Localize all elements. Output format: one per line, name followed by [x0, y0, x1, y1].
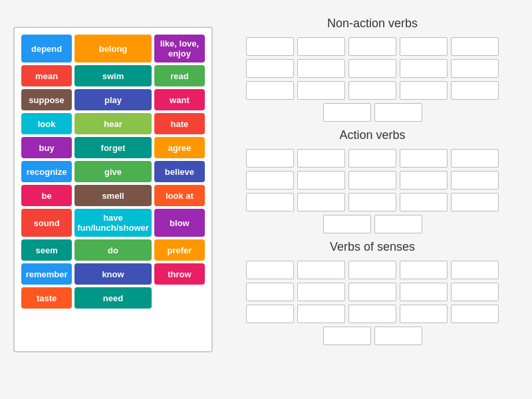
drop-box[interactable] [451, 171, 499, 190]
drop-box[interactable] [451, 261, 499, 279]
drop-box[interactable] [297, 59, 345, 78]
drop-box[interactable] [374, 215, 422, 233]
drop-box[interactable] [246, 37, 294, 56]
section-title: Verbs of senses [330, 240, 415, 254]
drop-box[interactable] [297, 149, 345, 168]
word-tile[interactable]: depend [21, 35, 72, 63]
word-tile[interactable]: taste [21, 287, 72, 309]
word-tile[interactable]: give [74, 161, 152, 182]
section-0: Non-action verbs [226, 17, 519, 122]
word-tile[interactable]: recognize [21, 161, 72, 182]
word-tile[interactable]: forget [74, 137, 152, 158]
drop-box[interactable] [297, 37, 345, 56]
word-tile[interactable]: do [74, 239, 152, 261]
drop-row [246, 171, 499, 190]
drop-box[interactable] [451, 37, 499, 56]
word-tile[interactable]: need [74, 287, 152, 309]
drop-box[interactable] [400, 305, 448, 323]
drop-box[interactable] [374, 327, 422, 345]
drop-box[interactable] [348, 261, 396, 279]
drop-box[interactable] [297, 171, 345, 190]
drop-box[interactable] [297, 305, 345, 323]
section-1: Action verbs [226, 128, 519, 233]
drop-box[interactable] [297, 283, 345, 301]
word-bank: dependbelonglike, love, enjoymeanswimrea… [13, 27, 213, 352]
word-tile[interactable]: smell [74, 185, 152, 206]
word-tile[interactable]: believe [154, 161, 205, 182]
drop-box[interactable] [451, 59, 499, 78]
drop-box[interactable] [246, 81, 294, 100]
drop-box[interactable] [348, 37, 396, 56]
drop-box[interactable] [451, 193, 499, 211]
drop-box[interactable] [323, 327, 371, 345]
word-tile[interactable]: prefer [154, 239, 205, 261]
drop-box[interactable] [451, 283, 499, 301]
word-tile[interactable]: seem [21, 239, 72, 261]
drop-box[interactable] [246, 305, 294, 323]
drop-box[interactable] [400, 149, 448, 168]
word-tile[interactable]: belong [74, 35, 152, 63]
word-tile[interactable]: remember [21, 263, 72, 285]
drop-box[interactable] [297, 81, 345, 100]
word-tile[interactable]: want [154, 89, 205, 110]
drop-box[interactable] [451, 149, 499, 168]
word-tile[interactable]: like, love, enjoy [154, 35, 205, 63]
drop-box[interactable] [400, 171, 448, 190]
word-tile[interactable]: sound [21, 209, 72, 237]
drop-row [323, 103, 422, 122]
drop-box[interactable] [348, 59, 396, 78]
word-tile[interactable]: look [21, 113, 72, 134]
word-tile[interactable]: hear [74, 113, 152, 134]
drop-box[interactable] [348, 193, 396, 211]
drop-box[interactable] [348, 171, 396, 190]
drop-box[interactable] [297, 261, 345, 279]
section-title: Action verbs [339, 128, 405, 142]
drop-box[interactable] [246, 193, 294, 211]
drop-box[interactable] [246, 59, 294, 78]
word-tile[interactable]: mean [21, 65, 72, 86]
drop-box[interactable] [400, 59, 448, 78]
drop-box[interactable] [348, 149, 396, 168]
drop-box[interactable] [400, 81, 448, 100]
drop-box[interactable] [400, 283, 448, 301]
section-2: Verbs of senses [226, 240, 519, 345]
word-tile[interactable]: swim [74, 65, 152, 86]
drop-box[interactable] [297, 193, 345, 211]
drop-box[interactable] [323, 215, 371, 233]
drop-box[interactable] [323, 103, 371, 122]
drop-row [246, 283, 499, 301]
main-container: dependbelonglike, love, enjoymeanswimrea… [0, 0, 532, 399]
drop-box[interactable] [400, 37, 448, 56]
word-tile[interactable]: hate [154, 113, 205, 134]
right-panel: Non-action verbsAction verbsVerbs of sen… [226, 13, 519, 386]
word-tile[interactable]: have fun/lunch/shower [74, 209, 152, 237]
drop-box[interactable] [348, 305, 396, 323]
word-tile[interactable]: know [74, 263, 152, 285]
drop-box[interactable] [400, 193, 448, 211]
drop-box[interactable] [246, 283, 294, 301]
drop-box[interactable] [246, 149, 294, 168]
drop-box[interactable] [246, 261, 294, 279]
drop-row [246, 37, 499, 56]
drop-box[interactable] [374, 103, 422, 122]
section-title: Non-action verbs [327, 17, 418, 31]
drop-box[interactable] [400, 261, 448, 279]
word-tile[interactable]: be [21, 185, 72, 206]
drop-row [246, 149, 499, 168]
drop-box[interactable] [348, 283, 396, 301]
drop-box[interactable] [451, 305, 499, 323]
word-tile[interactable]: agree [154, 137, 205, 158]
word-tile[interactable]: look at [154, 185, 205, 206]
drop-row [246, 193, 499, 211]
word-tile[interactable]: throw [154, 263, 205, 285]
word-tile[interactable]: read [154, 65, 205, 86]
word-tile[interactable]: blow [154, 209, 205, 237]
drop-grid [246, 149, 499, 233]
word-tile[interactable]: suppose [21, 89, 72, 110]
word-tile[interactable]: buy [21, 137, 72, 158]
drop-box[interactable] [451, 81, 499, 100]
drop-box[interactable] [246, 171, 294, 190]
drop-box[interactable] [348, 81, 396, 100]
drop-row [246, 81, 499, 100]
word-tile[interactable]: play [74, 89, 152, 110]
